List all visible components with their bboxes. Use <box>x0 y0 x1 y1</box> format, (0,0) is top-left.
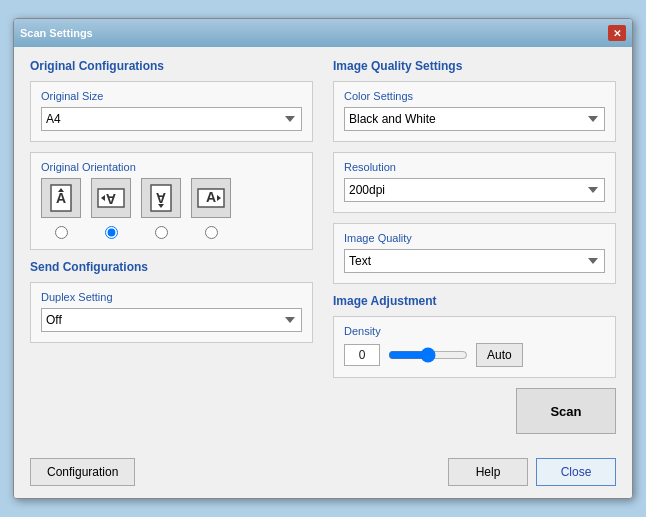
orient-portrait[interactable]: A <box>41 178 81 218</box>
resolution-label: Resolution <box>344 161 605 173</box>
density-slider[interactable] <box>388 346 468 364</box>
main-window: Scan Settings ✕ Original Configurations … <box>13 18 633 499</box>
original-configs-title: Original Configurations <box>30 59 313 73</box>
configuration-button[interactable]: Configuration <box>30 458 135 486</box>
orientation-radio-0[interactable] <box>55 226 68 239</box>
auto-button[interactable]: Auto <box>476 343 523 367</box>
svg-text:A: A <box>56 190 66 206</box>
orientation-label: Original Orientation <box>41 161 302 173</box>
duplex-label: Duplex Setting <box>41 291 302 303</box>
duplex-select[interactable]: Off Long Edge Short Edge <box>41 308 302 332</box>
close-button[interactable]: Close <box>536 458 616 486</box>
radio-spacer-2 <box>141 226 181 239</box>
help-button[interactable]: Help <box>448 458 528 486</box>
color-settings-select[interactable]: Black and White Grayscale Color <box>344 107 605 131</box>
density-group: Density 0 Auto <box>333 316 616 378</box>
image-adjustment-title: Image Adjustment <box>333 294 616 308</box>
orientation-radios <box>41 226 302 239</box>
duplex-group: Duplex Setting Off Long Edge Short Edge <box>30 282 313 343</box>
color-settings-group: Color Settings Black and White Grayscale… <box>333 81 616 142</box>
radio-spacer-0 <box>41 226 81 239</box>
orientation-icons: A A <box>41 178 302 218</box>
svg-text:A: A <box>106 191 116 207</box>
svg-text:A: A <box>156 190 166 206</box>
image-quality-title: Image Quality Settings <box>333 59 616 73</box>
right-column: Image Quality Settings Color Settings Bl… <box>333 59 616 444</box>
title-bar: Scan Settings ✕ <box>14 19 632 47</box>
scan-area: Scan <box>333 388 616 434</box>
bottom-row: Configuration Help Close <box>30 458 616 486</box>
image-quality-label: Image Quality <box>344 232 605 244</box>
resolution-select[interactable]: 100dpi 150dpi 200dpi 300dpi 400dpi 600dp… <box>344 178 605 202</box>
image-quality-select[interactable]: Text Photo Mixed <box>344 249 605 273</box>
resolution-group: Resolution 100dpi 150dpi 200dpi 300dpi 4… <box>333 152 616 213</box>
orient-landscape[interactable]: A <box>191 178 231 218</box>
radio-spacer-1 <box>91 226 131 239</box>
original-size-group: Original Size A4 A3 B4 B5 Letter Legal <box>30 81 313 142</box>
orientation-radio-3[interactable] <box>205 226 218 239</box>
orient-landscape-flip[interactable]: A <box>91 178 131 218</box>
density-value: 0 <box>344 344 380 366</box>
bottom-left: Configuration <box>30 458 135 486</box>
bottom-right: Help Close <box>448 458 616 486</box>
send-configs-title: Send Configurations <box>30 260 313 274</box>
orient-portrait-alt[interactable]: A <box>141 178 181 218</box>
original-size-select[interactable]: A4 A3 B4 B5 Letter Legal <box>41 107 302 131</box>
orientation-radio-2[interactable] <box>155 226 168 239</box>
svg-text:A: A <box>206 189 216 205</box>
radio-spacer-3 <box>191 226 231 239</box>
main-two-col: Original Configurations Original Size A4… <box>30 59 616 444</box>
image-quality-group: Image Quality Text Photo Mixed <box>333 223 616 284</box>
close-icon[interactable]: ✕ <box>608 25 626 41</box>
original-size-label: Original Size <box>41 90 302 102</box>
window-content: Original Configurations Original Size A4… <box>14 47 632 498</box>
orientation-group: Original Orientation A <box>30 152 313 250</box>
density-label: Density <box>344 325 605 337</box>
left-column: Original Configurations Original Size A4… <box>30 59 313 444</box>
color-settings-label: Color Settings <box>344 90 605 102</box>
scan-button[interactable]: Scan <box>516 388 616 434</box>
orientation-radio-1[interactable] <box>105 226 118 239</box>
title-text: Scan Settings <box>20 27 93 39</box>
density-row: 0 Auto <box>344 343 605 367</box>
